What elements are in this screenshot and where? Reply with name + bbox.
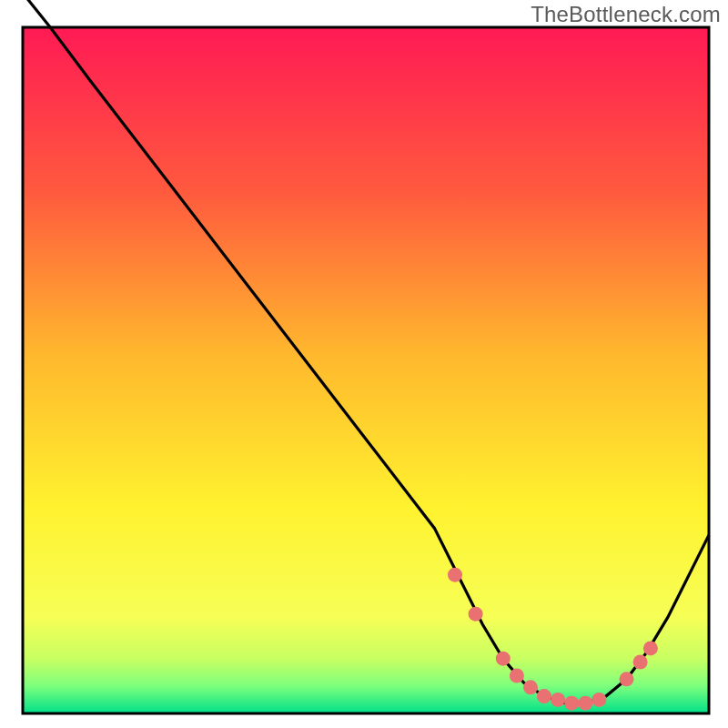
watermark-text: TheBottleneck.com xyxy=(531,2,721,27)
curve-marker xyxy=(537,689,551,703)
bottleneck-chart: TheBottleneck.com xyxy=(0,0,728,728)
curve-marker xyxy=(592,693,606,707)
curve-marker xyxy=(469,607,483,622)
curve-marker xyxy=(523,680,538,694)
curve-marker xyxy=(510,669,524,683)
plot-background xyxy=(23,27,709,713)
curve-marker xyxy=(564,696,579,711)
curve-marker xyxy=(578,696,592,711)
curve-marker xyxy=(551,693,565,707)
curve-marker xyxy=(643,641,658,655)
curve-marker xyxy=(496,652,511,666)
curve-marker xyxy=(448,568,462,582)
curve-marker xyxy=(633,655,648,670)
chart-svg xyxy=(0,0,728,728)
curve-marker xyxy=(620,672,634,686)
